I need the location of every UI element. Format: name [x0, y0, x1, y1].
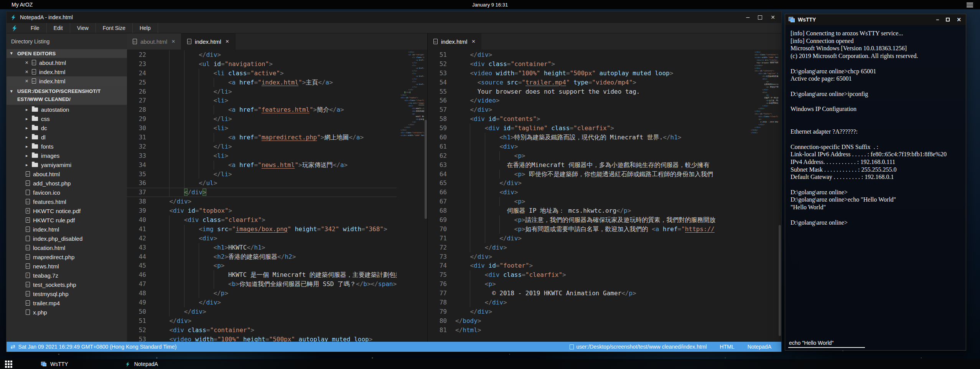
- code-line[interactable]: 54 <source src="trailer.mp4" type="video…: [428, 78, 751, 87]
- code-line[interactable]: 69<p>請注意，我們的伺服器為確保玩家及遊玩時的質素，我們對的服務開放: [428, 215, 751, 225]
- code-line[interactable]: 66<div>: [428, 188, 751, 197]
- open-editors-section-header[interactable]: ▾ OPEN EDITORS: [7, 49, 127, 58]
- menu-edit[interactable]: Edit: [47, 23, 70, 33]
- sidebar-folder-dc[interactable]: ▸dc: [7, 123, 127, 132]
- code-line[interactable]: 40<div class="clearfix">: [127, 215, 397, 225]
- menu-view[interactable]: View: [70, 23, 96, 33]
- code-lines[interactable]: 22</div>23<ul id="navigation">24<li clas…: [127, 50, 397, 342]
- scrollbar-thumb[interactable]: [779, 225, 781, 336]
- code-line[interactable]: 32</li>: [127, 142, 397, 151]
- code-line[interactable]: 53<video width="100%" height="500px" aut…: [127, 335, 397, 342]
- sidebar-folder-yamiyamimi[interactable]: ▸yamiyamimi: [7, 160, 127, 169]
- code-line[interactable]: 43<h1>HKWTC</h1>: [127, 243, 397, 252]
- sidebar-folder-css[interactable]: ▸css: [7, 114, 127, 123]
- code-line[interactable]: 51</div>: [127, 316, 397, 326]
- sidebar-file-testmysql-php[interactable]: testmysql.php: [7, 289, 127, 298]
- code-line[interactable]: 62<p>: [428, 151, 751, 161]
- code-line[interactable]: 37</div>: [127, 188, 397, 197]
- code-line[interactable]: 77 © 2018 - 2019 HKWTC Animation Gamer</…: [428, 289, 751, 298]
- maximize-icon[interactable]: [758, 15, 762, 20]
- code-line[interactable]: 42<div>: [127, 234, 397, 243]
- code-line[interactable]: 51</div>: [428, 50, 751, 60]
- close-icon[interactable]: ✕: [771, 14, 775, 20]
- menu-help[interactable]: Help: [133, 23, 158, 33]
- code-line[interactable]: 67<p>: [428, 197, 751, 206]
- close-icon[interactable]: ✕: [957, 17, 961, 23]
- code-line[interactable]: 39<div id="topbox">: [127, 206, 397, 215]
- code-line[interactable]: 36</ul>: [127, 179, 397, 188]
- code-line[interactable]: 65</div>: [428, 179, 751, 188]
- wstty-title-bar[interactable]: WsTTY – ✕: [785, 14, 966, 25]
- taskbar-item-wstty[interactable]: WsTTY: [35, 359, 74, 369]
- sidebar-file-hkwtc-rule-pdf[interactable]: HKWTC rule.pdf: [7, 215, 127, 225]
- code-line[interactable]: 73</div>: [428, 252, 751, 261]
- menu-font-size[interactable]: Font Size: [96, 23, 133, 33]
- code-line[interactable]: 50</div>: [127, 307, 397, 316]
- sidebar-file-about-html[interactable]: about.html: [7, 169, 127, 179]
- code-line[interactable]: 76<p>: [428, 280, 751, 289]
- tab-about-html[interactable]: about.html✕: [127, 33, 181, 50]
- code-line[interactable]: 81</html>: [428, 326, 751, 335]
- terminal-input[interactable]: echo "Hello World": [785, 339, 966, 350]
- open-editor-item[interactable]: ✕about.html: [7, 58, 127, 67]
- code-line[interactable]: 58<div id="contents">: [428, 114, 751, 124]
- sidebar-file-teabag-7z[interactable]: teabag.7z: [7, 271, 127, 280]
- close-editor-icon[interactable]: ✕: [25, 79, 32, 84]
- code-line[interactable]: 55 Your browser does not support the vid…: [428, 87, 751, 96]
- code-line[interactable]: 59<div id="tagline" class="clearfix">: [428, 124, 751, 133]
- code-line[interactable]: 24<li class="active">: [127, 69, 397, 78]
- code-line[interactable]: 74<div id="footer">: [428, 261, 751, 270]
- vertical-scrollbar[interactable]: [778, 50, 781, 342]
- sidebar-file-trailer-mp4[interactable]: trailer.mp4: [7, 298, 127, 308]
- code-line[interactable]: 63 在香港的Minecraft 伺服器中，多為小遊戲和純生存的伺服器，較少擁有: [428, 161, 751, 170]
- code-line[interactable]: 48</p>: [127, 289, 397, 298]
- tab-index-html[interactable]: index.html✕: [428, 33, 481, 50]
- code-lines[interactable]: 51</div>52<div class="container">53<vide…: [428, 50, 751, 342]
- code-line[interactable]: 80</body>: [428, 316, 751, 326]
- code-line[interactable]: 45<p>: [127, 261, 397, 270]
- sidebar-file-index-php-disabled[interactable]: index.php_disabled: [7, 234, 127, 243]
- sidebar-file-favicon-ico[interactable]: favicon.ico: [7, 188, 127, 197]
- menu-file[interactable]: File: [24, 23, 47, 33]
- terminal-output[interactable]: [info] Conencting to arozos WsTTY servic…: [785, 25, 966, 339]
- code-line[interactable]: 25<a href="index.html">主頁</a>: [127, 78, 397, 87]
- code-line[interactable]: 44<h2>香港的建築伺服器</h2>: [127, 252, 397, 261]
- close-editor-icon[interactable]: ✕: [25, 69, 32, 74]
- close-tab-icon[interactable]: ✕: [225, 39, 229, 44]
- sidebar-file-index-html[interactable]: index.html: [7, 225, 127, 234]
- tab-index-html[interactable]: index.html✕: [181, 33, 235, 50]
- code-line[interactable]: 35</li>: [127, 170, 397, 179]
- code-line[interactable]: 26</li>: [127, 87, 397, 96]
- code-line[interactable]: 78</div>: [428, 298, 751, 307]
- code-line[interactable]: 47<b>你知道我們全線伺服器已轉用 SSD 了嗎？</b></span>: [127, 280, 397, 289]
- sidebar-file-hkwtc-notice-pdf[interactable]: HKWTC notice.pdf: [7, 206, 127, 215]
- sidebar-folder-fonts[interactable]: ▸fonts: [7, 142, 127, 151]
- code-line[interactable]: 34<a href="news.html">玩家傳送門</a>: [127, 161, 397, 170]
- vertical-scrollbar[interactable]: [424, 50, 427, 342]
- code-line[interactable]: 28<a href="features.html">簡介</a>: [127, 105, 397, 114]
- sidebar-folder-images[interactable]: ▸images: [7, 151, 127, 160]
- taskbar-item-notepada[interactable]: NotepadA: [120, 359, 163, 369]
- sidebar-file-news-html[interactable]: news.html: [7, 261, 127, 271]
- code-line[interactable]: 57</div>: [428, 105, 751, 114]
- scrollbar-thumb[interactable]: [425, 120, 427, 219]
- close-editor-icon[interactable]: ✕: [25, 60, 32, 65]
- code-line[interactable]: 23<ul id="navigation">: [127, 60, 397, 69]
- sidebar-file-test-sockets-php[interactable]: test_sockets.php: [7, 280, 127, 289]
- code-line[interactable]: 61<div>: [428, 142, 751, 151]
- close-tab-icon[interactable]: ✕: [471, 39, 475, 44]
- close-tab-icon[interactable]: ✕: [171, 39, 175, 44]
- sidebar-folder-autostation[interactable]: ▸autostation: [7, 105, 127, 114]
- open-editor-item[interactable]: ✕index.html: [7, 67, 127, 76]
- maximize-icon[interactable]: [946, 18, 950, 22]
- minimap[interactable]: </div><div class="container"><video widt…: [751, 50, 778, 342]
- code-line[interactable]: 60<h1>特別為建築及鐵路而設，現代化的 Minecraft 世界.</h1>: [428, 133, 751, 142]
- sidebar-file-x-php[interactable]: x.php: [7, 308, 127, 317]
- code-line[interactable]: 38</div>: [127, 197, 397, 206]
- code-line[interactable]: 30<li>: [127, 124, 397, 133]
- code-line[interactable]: 33<li>: [127, 151, 397, 161]
- code-line[interactable]: 29</li>: [127, 114, 397, 124]
- sidebar-file-location-html[interactable]: location.html: [7, 243, 127, 252]
- code-line[interactable]: 49</div>: [127, 298, 397, 307]
- code-line[interactable]: 41<img src="images/box.png" height="342"…: [127, 225, 397, 234]
